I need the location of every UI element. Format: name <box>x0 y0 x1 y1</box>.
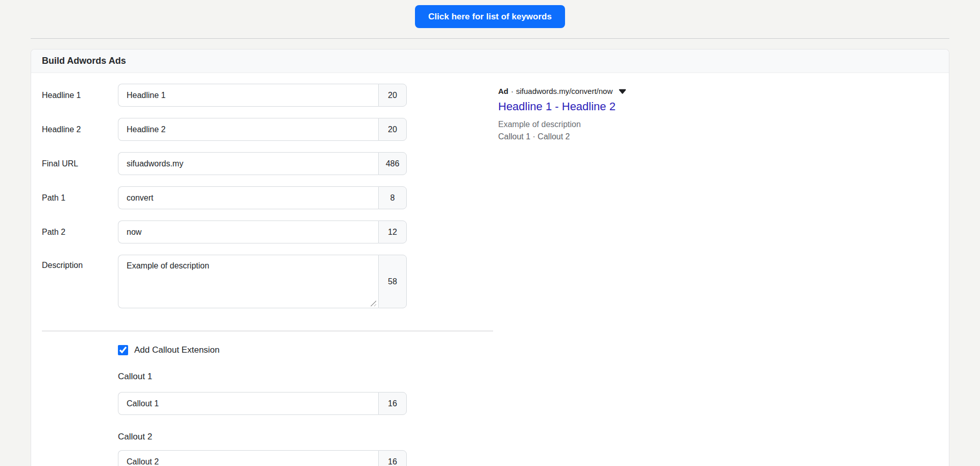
ad-display-url: sifuadwords.my/convert/now <box>516 87 612 95</box>
path1-input-group: 8 <box>118 186 407 209</box>
description-textarea[interactable]: Example of description <box>118 255 378 308</box>
ad-form: Headline 1 20 Headline 2 20 Final URL <box>42 84 493 466</box>
description-input-group: Example of description 58 <box>118 255 407 308</box>
headline2-label: Headline 2 <box>42 125 118 134</box>
ad-url-separator: · <box>511 87 513 95</box>
ad-preview-headline[interactable]: Headline 1 - Headline 2 <box>498 100 938 113</box>
card-body: Headline 1 20 Headline 2 20 Final URL <box>31 73 949 466</box>
description-char-counter: 58 <box>378 255 407 308</box>
callout2-input-group: 16 <box>118 450 407 466</box>
headline1-input[interactable] <box>118 84 378 107</box>
ad-preview-callouts: Callout 1 · Callout 2 <box>498 132 938 142</box>
top-divider <box>31 38 949 39</box>
callout1-input-group: 16 <box>118 392 407 415</box>
ad-preview-url-line: Ad · sifuadwords.my/convert/now <box>498 87 938 95</box>
callout-extension-toggle-row: Add Callout Extension <box>118 345 493 355</box>
form-row-headline1: Headline 1 20 <box>42 84 493 107</box>
final-url-input[interactable] <box>118 152 378 175</box>
final-url-label: Final URL <box>42 159 118 168</box>
page-container: Build Adwords Ads Headline 1 20 Headline… <box>31 38 949 466</box>
headline2-char-counter: 20 <box>378 118 407 141</box>
form-row-headline2: Headline 2 20 <box>42 118 493 141</box>
card-title: Build Adwords Ads <box>31 50 949 73</box>
path2-input[interactable] <box>118 220 378 243</box>
add-callout-extension-checkbox[interactable] <box>118 345 128 355</box>
callout2-char-counter: 16 <box>378 450 407 466</box>
ad-badge: Ad <box>498 87 508 95</box>
callout2-label: Callout 2 <box>118 432 493 442</box>
form-row-path2: Path 2 12 <box>42 220 493 243</box>
callout2-input[interactable] <box>118 450 378 466</box>
path1-label: Path 1 <box>42 193 118 203</box>
headline2-input[interactable] <box>118 118 378 141</box>
path1-char-counter: 8 <box>378 186 407 209</box>
form-row-final-url: Final URL 486 <box>42 152 493 175</box>
section-divider <box>42 331 493 331</box>
form-row-path1: Path 1 8 <box>42 186 493 209</box>
final-url-input-group: 486 <box>118 152 407 175</box>
final-url-char-counter: 486 <box>378 152 407 175</box>
path2-char-counter: 12 <box>378 220 407 243</box>
add-callout-extension-label[interactable]: Add Callout Extension <box>134 345 219 355</box>
path1-input[interactable] <box>118 186 378 209</box>
headline1-input-group: 20 <box>118 84 407 107</box>
headline2-input-group: 20 <box>118 118 407 141</box>
path2-input-group: 12 <box>118 220 407 243</box>
callout1-char-counter: 16 <box>378 392 407 415</box>
chevron-down-icon[interactable] <box>619 89 626 94</box>
headline1-char-counter: 20 <box>378 84 407 107</box>
callout1-input[interactable] <box>118 392 378 415</box>
keywords-list-button[interactable]: Click here for list of keywords <box>415 5 565 28</box>
callout-section: Callout 1 16 Callout 2 16 <box>118 372 493 466</box>
build-adwords-card: Build Adwords Ads Headline 1 20 Headline… <box>31 49 949 466</box>
callout1-label: Callout 1 <box>118 372 493 382</box>
ad-preview-description: Example of description <box>498 119 938 130</box>
form-row-description: Description Example of description 58 <box>42 255 493 308</box>
path2-label: Path 2 <box>42 228 118 237</box>
top-bar: Click here for list of keywords <box>0 0 980 28</box>
description-label: Description <box>42 255 118 270</box>
headline1-label: Headline 1 <box>42 91 118 100</box>
ad-preview: Ad · sifuadwords.my/convert/now Headline… <box>493 84 938 142</box>
